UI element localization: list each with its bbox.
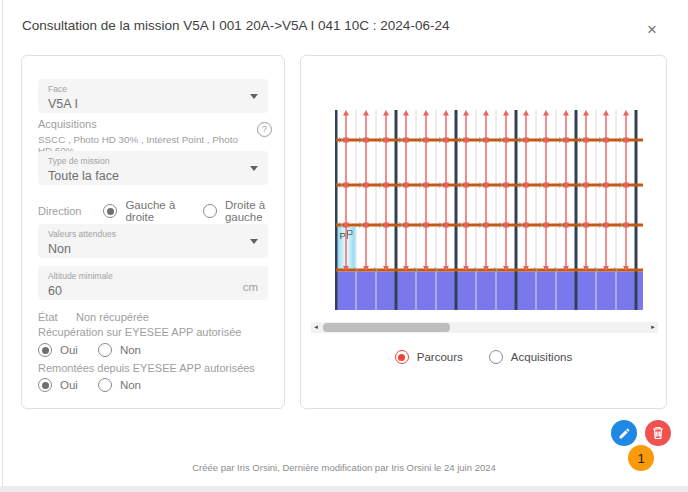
direction-ltr-radio[interactable] [103, 204, 117, 218]
acquisitions-label: Acquisitions [38, 118, 97, 130]
expected-values-value: Non [48, 242, 258, 256]
rack-viewer-panel: P ◄ ► Parcours Acquisitions [300, 55, 667, 409]
direction-group: Direction Gauche à droite Droite à gauch… [38, 199, 284, 223]
close-icon[interactable]: × [647, 21, 657, 38]
acquisitions-mode-label: Acquisitions [511, 351, 572, 363]
mission-type-label: Type de mission [48, 156, 258, 167]
backdrop-strip [0, 486, 688, 492]
view-mode-group: Parcours Acquisitions [301, 350, 666, 364]
state-value: Non récupérée [76, 311, 149, 323]
min-altitude-label: Altitude minimale [48, 271, 258, 282]
scroll-left-icon[interactable]: ◄ [311, 322, 321, 333]
trash-icon [652, 426, 664, 440]
parcours-radio[interactable] [395, 350, 409, 364]
recovery-no-label: Non [120, 344, 141, 356]
rack-svg: P [335, 110, 643, 310]
recovery-group: Oui Non [38, 343, 141, 357]
uploads-label: Remontées depuis EYESEE APP autorisées [38, 362, 255, 374]
edit-button[interactable] [611, 420, 637, 446]
state-row: État Non récupérée [38, 307, 149, 325]
horizontal-scrollbar[interactable]: ◄ ► [311, 322, 658, 333]
expected-values-label: Valeurs attendues [48, 229, 258, 240]
mission-form-panel: Face V5A I Acquisitions SSCC , Photo HD … [21, 55, 285, 409]
dropdown-caret-icon [250, 166, 258, 171]
rack-diagram: P [335, 110, 643, 310]
recovery-label: Récupération sur EYESEE APP autorisée [38, 326, 241, 338]
face-value: V5A I [48, 97, 258, 111]
recovery-yes-radio[interactable] [38, 343, 52, 357]
uploads-group: Oui Non [38, 378, 141, 392]
direction-label: Direction [38, 205, 81, 217]
pallet-row [336, 272, 643, 311]
uploads-yes-label: Oui [60, 379, 78, 391]
scrollbar-thumb[interactable] [323, 323, 450, 332]
mission-type-value: Toute la face [48, 169, 258, 183]
recovery-yes-label: Oui [60, 344, 78, 356]
uploads-no-radio[interactable] [98, 378, 112, 392]
uploads-yes-radio[interactable] [38, 378, 52, 392]
direction-rtl-label: Droite à gauche [225, 199, 284, 223]
state-label: État [38, 311, 58, 323]
pencil-icon [618, 427, 631, 440]
dialog-title: Consultation de la mission V5A I 001 20A… [22, 18, 449, 33]
modal-left-edge [2, 0, 3, 486]
expected-values-select[interactable]: Valeurs attendues Non [38, 224, 268, 258]
count-badge[interactable]: 1 [628, 445, 654, 471]
dropdown-caret-icon [250, 239, 258, 244]
min-altitude-value: 60 [48, 284, 258, 298]
acquisitions-radio[interactable] [489, 350, 503, 364]
direction-ltr-label: Gauche à droite [125, 199, 185, 223]
recovery-no-radio[interactable] [98, 343, 112, 357]
svg-text:P: P [340, 230, 346, 241]
scrollbar-track[interactable] [321, 322, 648, 333]
help-icon[interactable]: ? [257, 122, 272, 137]
dropdown-caret-icon [250, 94, 258, 99]
mission-type-select[interactable]: Type de mission Toute la face [38, 151, 268, 185]
face-select[interactable]: Face V5A I [38, 79, 268, 113]
path-arrows [343, 110, 629, 272]
face-label: Face [48, 84, 258, 95]
scroll-right-icon[interactable]: ► [648, 322, 658, 333]
footer-credit: Créée par Iris Orsini, Dernière modifica… [0, 462, 688, 473]
min-altitude-field[interactable]: Altitude minimale 60 cm [38, 266, 268, 300]
delete-button[interactable] [645, 420, 671, 446]
uploads-no-label: Non [120, 379, 141, 391]
min-altitude-unit: cm [243, 281, 258, 293]
mission-dialog: Consultation de la mission V5A I 001 20A… [0, 0, 688, 492]
direction-rtl-radio[interactable] [203, 204, 217, 218]
parcours-label: Parcours [417, 351, 463, 363]
